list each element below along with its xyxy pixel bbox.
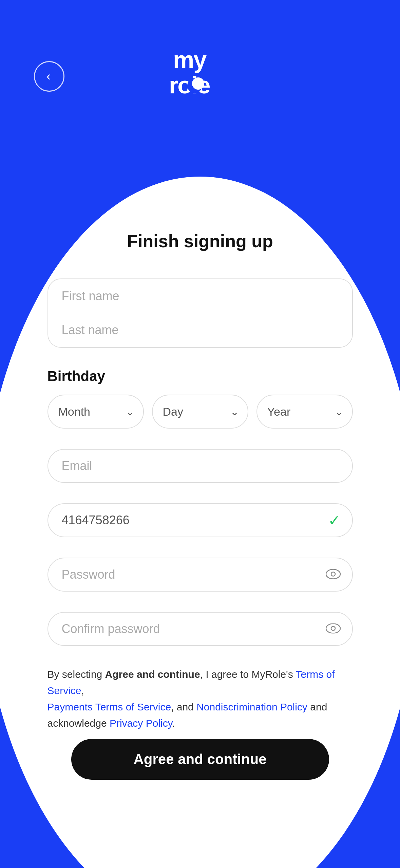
svg-point-6 (326, 624, 340, 633)
year-select[interactable]: Year for(let y=2024;y>=1920;y--)document… (256, 395, 353, 429)
terms-text: By selecting Agree and continue, I agree… (47, 666, 353, 731)
myrole-logo-svg: my role (163, 44, 237, 98)
confirm-password-eye-icon[interactable] (326, 621, 341, 637)
month-select[interactable]: Month January February March April May J… (47, 395, 144, 429)
svg-point-4 (326, 569, 340, 579)
svg-point-3 (192, 77, 204, 90)
month-wrapper: Month January February March April May J… (47, 395, 144, 429)
birthday-row: Month January February March April May J… (47, 395, 353, 429)
svg-point-5 (331, 572, 335, 576)
button-container: Agree and continue (71, 739, 329, 780)
phone-wrapper: ✓ (47, 503, 353, 537)
logo: my role (163, 44, 237, 100)
form-container: Finish signing up Birthday Month January… (47, 231, 353, 759)
email-input[interactable] (47, 449, 353, 483)
terms-and1: , and (171, 701, 196, 712)
phone-input[interactable] (47, 503, 353, 537)
privacy-policy-link[interactable]: Privacy Policy (110, 718, 172, 729)
birthday-label: Birthday (47, 368, 353, 384)
agree-continue-button[interactable]: Agree and continue (71, 739, 329, 780)
payments-terms-link[interactable]: Payments Terms of Service (47, 701, 171, 712)
svg-point-7 (331, 627, 335, 631)
terms-prefix: By selecting (47, 669, 105, 680)
phone-check-icon: ✓ (328, 512, 341, 529)
name-group (47, 278, 353, 348)
year-wrapper: Year for(let y=2024;y>=1920;y--)document… (256, 395, 353, 429)
page-title: Finish signing up (47, 231, 353, 251)
email-wrapper (47, 449, 353, 483)
terms-period: . (172, 718, 175, 729)
day-wrapper: Day for(let i=1;i<=31;i++)document.write… (152, 395, 248, 429)
back-button[interactable]: ‹ (34, 61, 64, 92)
first-name-input[interactable] (48, 279, 352, 313)
day-select[interactable]: Day for(let i=1;i<=31;i++)document.write… (152, 395, 248, 429)
confirm-password-wrapper (47, 612, 353, 646)
terms-comma: , (81, 685, 84, 696)
nondiscrimination-link[interactable]: Nondiscrimination Policy (196, 701, 307, 712)
confirm-password-input[interactable] (47, 612, 353, 646)
password-eye-icon[interactable] (326, 567, 341, 582)
terms-bold: Agree and continue (105, 669, 200, 680)
back-chevron-icon: ‹ (46, 70, 51, 83)
password-input[interactable] (47, 558, 353, 592)
svg-text:my: my (173, 47, 207, 73)
terms-middle: , I agree to MyRole's (200, 669, 296, 680)
password-wrapper (47, 558, 353, 592)
last-name-input[interactable] (48, 313, 352, 347)
